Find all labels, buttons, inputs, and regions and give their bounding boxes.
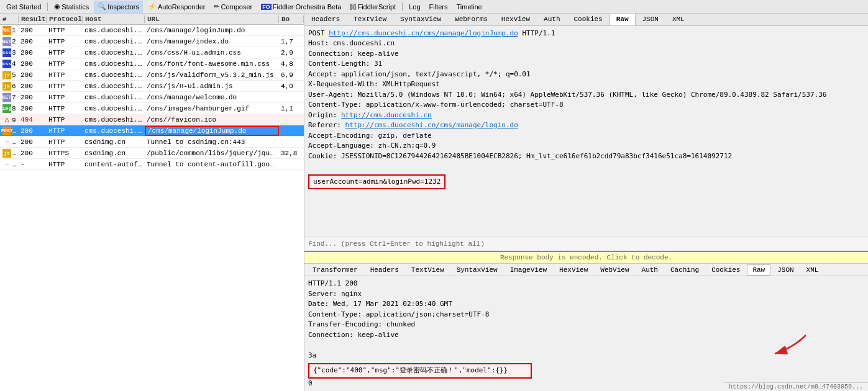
cell-host: cms.duoceshi.cn [83, 60, 145, 68]
cell-num: POST1 [0, 26, 19, 35]
request-tab-json[interactable]: JSON [636, 14, 665, 25]
img-icon: img [2, 104, 11, 113]
get-started-btn[interactable]: Get Started [2, 1, 45, 13]
filters-btn[interactable]: Filters [426, 1, 452, 13]
cell-result: 200 [19, 127, 47, 135]
cell-num: △9 [0, 115, 19, 124]
request-table-body: POST1 200 HTTP cms.duoceshi.cn /cms/mana… [0, 25, 304, 391]
post-icon: POST [2, 26, 11, 35]
table-row[interactable]: POST1 200 HTTP cms.duoceshi.cn /cms/mana… [0, 25, 304, 36]
get-icon: GET [2, 93, 11, 102]
table-row[interactable]: GET7 200 HTTP cms.duoceshi.cn /cms/manag… [0, 92, 304, 103]
header-link[interactable]: http://cms.duoceshi.cn [341, 111, 432, 119]
cell-num: js6 [0, 82, 19, 91]
cell-host: cms.duoceshi.cn [83, 116, 145, 124]
response-content-area: HTTP/1.1 200 Server: nginxDate: Wed, 17 … [304, 276, 868, 391]
cell-url: /cms/manage/welcome.do [145, 94, 279, 101]
request-tab-xml[interactable]: XML [665, 14, 692, 25]
table-row[interactable]: js6 200 HTTP cms.duoceshi.cn /cms/js/H-u… [0, 81, 304, 92]
response-tab-xml[interactable]: XML [801, 264, 825, 276]
cell-body: 1,7 [279, 38, 304, 45]
table-row[interactable]: js12 200 HTTPS csdnimg.cn /public/common… [0, 148, 304, 159]
request-tab-webforms[interactable]: WebForms [448, 14, 495, 25]
response-tab-json[interactable]: JSON [772, 264, 799, 276]
cell-url: Tunnel to content-autofill.googleapis.co… [145, 161, 279, 168]
cell-host: cms.duoceshi.cn [83, 105, 145, 112]
request-url-link[interactable]: http://cms.duoceshi.cn/cms/manage/loginJ… [329, 29, 518, 37]
request-tab-headers[interactable]: Headers [304, 14, 347, 25]
find-bar[interactable]: Find... (press Ctrl+Enter to highlight a… [304, 236, 868, 251]
table-row[interactable]: △9 404 HTTP cms.duoceshi.cn /cms//favico… [0, 114, 304, 125]
header-link[interactable]: http://cms.duoceshi.cn/cms/manage/login.… [345, 121, 518, 129]
cell-url: /cms/manage/loginJump.do [145, 27, 279, 34]
request-header: Host: cms.duoceshi.cn [308, 38, 864, 49]
request-tab-raw[interactable]: Raw [610, 14, 636, 25]
response-tab-caching[interactable]: Caching [665, 264, 705, 276]
table-row[interactable]: →11 200 HTTP csdnimg.cn Tunnel to csdnim… [0, 137, 304, 148]
request-content-area: POST http://cms.duoceshi.cn/cms/manage/l… [304, 26, 868, 236]
cell-host: cms.duoceshi.cn [83, 83, 145, 90]
response-tab-auth[interactable]: Auth [636, 264, 664, 276]
table-row[interactable]: js5 200 HTTP cms.duoceshi.cn /cms/js/Val… [0, 70, 304, 81]
request-body-section: userAccount=admin&loginPwd=1232 [308, 172, 864, 190]
composer-btn[interactable]: ✏ Composer [210, 1, 256, 13]
cell-url: /cms/manage/loginJump.do [145, 126, 279, 136]
cell-host: cms.duoceshi.cn [83, 71, 145, 79]
col-result: Result [19, 16, 47, 23]
request-tab-auth[interactable]: Auth [537, 14, 567, 25]
cell-host: cms.duoceshi.cn [83, 38, 145, 45]
table-row[interactable]: css3 200 HTTP cms.duoceshi.cn /cms/css/H… [0, 47, 304, 58]
cell-result: 200 [19, 94, 47, 101]
col-num: # [0, 16, 19, 23]
status-bar: https://blog.csdn.net/m0_47403059... [724, 382, 868, 391]
orchestra-btn[interactable]: FO Fiddler Orchestra Beta [257, 1, 345, 13]
response-notice[interactable]: Response body is encoded. Click to decod… [304, 252, 868, 264]
response-tab-syntaxview[interactable]: SyntaxView [451, 264, 503, 276]
request-tab-syntaxview[interactable]: SyntaxView [393, 14, 448, 25]
log-btn[interactable]: Log [405, 1, 424, 13]
fiddlerscript-btn[interactable]: {} FiddlerScript [346, 1, 400, 13]
cell-host: csdnimg.cn [83, 138, 145, 146]
request-header: Content-Type: application/x-www-form-url… [308, 100, 864, 110]
js-icon: js [2, 71, 11, 79]
table-row[interactable]: →13 - HTTP content-autofill.googleapis.c… [0, 159, 304, 170]
table-row[interactable]: img8 200 HTTP cms.duoceshi.cn /cms/image… [0, 103, 304, 114]
cell-protocol: HTTP [47, 138, 83, 146]
cell-num: →11 [0, 138, 19, 146]
cell-url: /cms/js/H-ui.admin.js [145, 83, 279, 90]
cell-url: /cms//favicon.ico [145, 116, 279, 124]
statistics-btn[interactable]: ◉ Statistics [50, 1, 93, 13]
request-header: User-Agent: Mozilla/5.0 (Windows NT 10.0… [308, 90, 864, 101]
request-header: Cookie: JSESSIONID=8C12679442642162485BE… [308, 151, 864, 162]
cell-num: GET7 [0, 93, 19, 102]
cell-protocol: HTTP [47, 127, 83, 135]
cell-protocol: HTTP [47, 49, 83, 56]
response-tab-imageview[interactable]: ImageView [505, 264, 552, 276]
response-tab-hexview[interactable]: HexView [554, 264, 593, 276]
request-tab-hexview[interactable]: HexView [495, 14, 537, 25]
timeline-btn[interactable]: Timeline [452, 1, 485, 13]
table-row[interactable]: POST10 200 HTTP cms.duoceshi.cn /cms/man… [0, 125, 304, 137]
request-tab-textview[interactable]: TextView [347, 14, 393, 25]
cell-body: 6,9 [279, 71, 304, 79]
autoresponder-btn[interactable]: ⚡ AutoResponder [144, 1, 209, 13]
table-row[interactable]: css4 200 HTTP cms.duoceshi.cn /cms/font/… [0, 58, 304, 70]
response-tab-headers[interactable]: Headers [365, 264, 404, 276]
response-tab-raw[interactable]: Raw [747, 264, 770, 276]
js-icon: js [2, 149, 11, 158]
cell-body: 4,8 [279, 60, 304, 68]
response-tab-transformer[interactable]: Transformer [307, 264, 363, 276]
cell-url: /cms/images/hamburger.gif [145, 105, 279, 112]
inspectors-btn[interactable]: 🔍 Inspectors [94, 1, 143, 13]
cell-result: 200 [19, 150, 47, 157]
cell-protocol: HTTP [47, 105, 83, 112]
status-url: https://blog.csdn.net/m0_47403059... [729, 384, 863, 390]
request-tab-cookies[interactable]: Cookies [567, 14, 609, 25]
table-row[interactable]: GET2 200 HTTP cms.duoceshi.cn /cms/manag… [0, 36, 304, 47]
cell-result: 200 [19, 83, 47, 90]
response-tab-textview[interactable]: TextView [406, 264, 450, 276]
response-status: HTTP/1.1 200 [308, 279, 864, 289]
response-tab-webview[interactable]: WebView [595, 264, 634, 276]
response-tab-cookies[interactable]: Cookies [706, 264, 746, 276]
response-body-highlight: {"code":"400","msg":"登录密码不正确！","model":{… [308, 363, 532, 379]
